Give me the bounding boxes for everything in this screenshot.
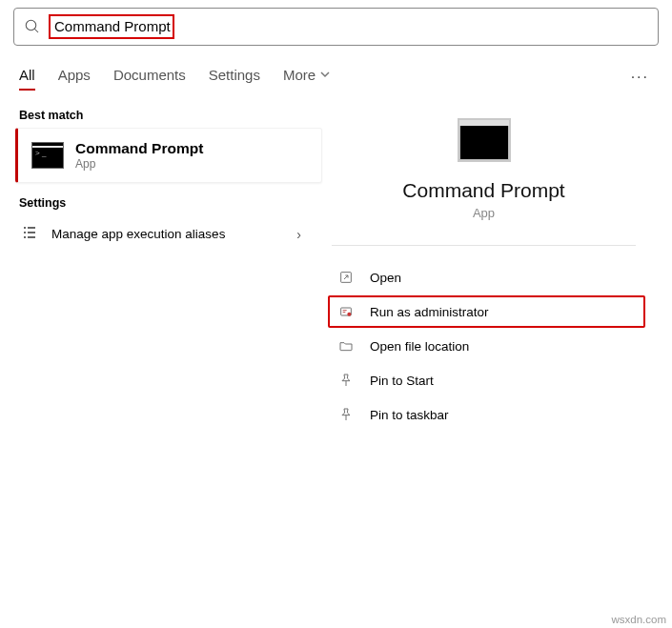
action-pin-to-taskbar[interactable]: Pin to taskbar [328,398,645,431]
action-open[interactable]: Open [328,261,645,294]
action-open-file-location[interactable]: Open file location [328,330,645,362]
preview-title: Command Prompt [322,179,645,202]
open-icon [336,270,356,285]
watermark: wsxdn.com [611,614,666,625]
result-title: Command Prompt [75,140,203,157]
action-run-as-administrator[interactable]: Run as administrator [328,295,645,328]
chevron-right-icon: › [296,227,307,242]
result-subtitle: App [75,157,203,171]
tab-settings[interactable]: Settings [209,67,260,89]
chevron-down-icon [319,69,331,80]
tab-all[interactable]: All [19,67,35,91]
best-match-result[interactable]: Command Prompt App [15,128,322,183]
pin-icon [336,373,356,388]
folder-icon [336,338,356,354]
settings-item-label: Manage app execution aliases [51,227,225,241]
divider [332,245,636,246]
search-box[interactable]: Command Prompt [13,8,659,46]
settings-item-aliases[interactable]: Manage app execution aliases › [13,215,313,253]
admin-icon [336,304,356,319]
filter-tabs: All Apps Documents Settings More ··· [19,65,653,90]
command-prompt-icon [458,118,511,162]
action-label: Run as administrator [370,305,489,319]
pin-icon [336,407,356,422]
settings-header: Settings [19,196,322,210]
tab-more-label: More [283,67,316,83]
tab-documents[interactable]: Documents [113,67,186,89]
svg-point-4 [347,313,351,316]
svg-point-0 [26,20,36,30]
tab-more[interactable]: More [283,67,331,89]
action-label: Pin to taskbar [370,408,449,422]
action-label: Open [370,271,401,285]
command-prompt-icon [31,142,64,169]
svg-line-1 [34,29,38,32]
action-label: Open file location [370,339,469,354]
action-pin-to-start[interactable]: Pin to Start [328,364,645,396]
list-icon [19,225,40,243]
preview-subtitle: App [322,206,645,220]
tab-apps[interactable]: Apps [58,67,91,89]
more-options-button[interactable]: ··· [627,65,653,90]
best-match-header: Best match [19,109,322,122]
search-icon [24,18,41,35]
action-label: Pin to Start [370,374,434,388]
search-input[interactable]: Command Prompt [54,18,171,34]
